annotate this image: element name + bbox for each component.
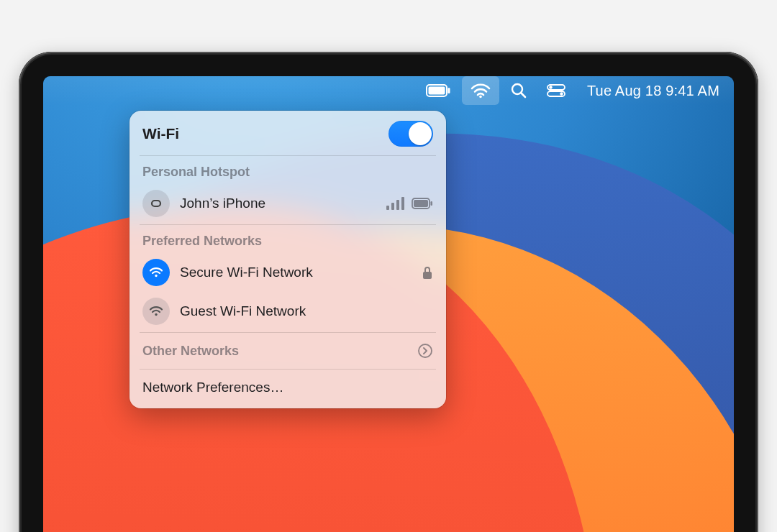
network-name: Secure Wi-Fi Network (180, 265, 412, 280)
svg-rect-11 (414, 200, 428, 207)
svg-point-16 (419, 344, 432, 357)
battery-icon (412, 198, 433, 209)
wifi-title: Wi-Fi (142, 125, 179, 142)
menu-bar: Tue Aug 18 9:41 AM (43, 76, 734, 105)
lock-icon (422, 265, 433, 280)
screen: Tue Aug 18 9:41 AM Wi-Fi Personal Hotspo… (43, 76, 734, 532)
svg-rect-1 (428, 87, 445, 95)
search-icon (511, 83, 527, 98)
link-icon (142, 190, 170, 217)
wifi-header: Wi-Fi (130, 118, 446, 154)
svg-rect-14 (423, 272, 432, 279)
divider (140, 224, 436, 225)
divider (140, 369, 436, 370)
lock-indicator (422, 265, 433, 280)
datetime-text: Tue Aug 18 9:41 AM (587, 83, 719, 99)
svg-point-7 (549, 86, 552, 88)
svg-point-13 (155, 275, 157, 277)
wifi-toggle[interactable] (388, 121, 433, 147)
svg-point-15 (155, 313, 157, 316)
wifi-icon (471, 83, 491, 98)
section-personal-hotspot: Personal Hotspot (130, 157, 446, 184)
wifi-icon (142, 259, 170, 286)
divider (140, 155, 436, 156)
toggle-knob (409, 122, 432, 145)
network-preferences-label: Network Preferences… (142, 380, 283, 395)
network-name: Guest Wi-Fi Network (180, 303, 433, 319)
svg-line-5 (521, 93, 525, 98)
hotspot-item-johns-iphone[interactable]: John’s iPhone (130, 184, 446, 223)
wifi-icon (142, 298, 170, 325)
svg-point-3 (479, 96, 482, 98)
network-name: John’s iPhone (180, 196, 376, 211)
menubar-datetime[interactable]: Tue Aug 18 9:41 AM (577, 76, 724, 105)
svg-point-9 (560, 92, 563, 95)
chevron-right-circle-icon (417, 343, 433, 359)
network-item-guest[interactable]: Guest Wi-Fi Network (130, 292, 446, 331)
battery-full-icon (426, 84, 450, 97)
network-preferences-row[interactable]: Network Preferences… (130, 371, 446, 405)
other-networks-row[interactable]: Other Networks (130, 334, 446, 367)
menubar-wifi[interactable] (462, 76, 499, 105)
section-preferred-networks: Preferred Networks (130, 226, 446, 253)
divider (140, 332, 436, 333)
menubar-control-center[interactable] (538, 76, 574, 105)
svg-rect-12 (431, 201, 433, 206)
wifi-dropdown-panel: Wi-Fi Personal Hotspot John’s iPhone (130, 111, 446, 408)
hotspot-status (386, 197, 433, 210)
other-networks-label: Other Networks (142, 344, 239, 359)
svg-rect-2 (447, 88, 450, 93)
laptop-bezel: Tue Aug 18 9:41 AM Wi-Fi Personal Hotspo… (19, 52, 758, 532)
network-item-secure[interactable]: Secure Wi-Fi Network (130, 253, 446, 292)
menubar-spotlight[interactable] (502, 76, 535, 105)
menubar-battery[interactable] (417, 76, 459, 105)
control-center-icon (547, 84, 565, 97)
cellular-signal-icon (386, 197, 404, 210)
